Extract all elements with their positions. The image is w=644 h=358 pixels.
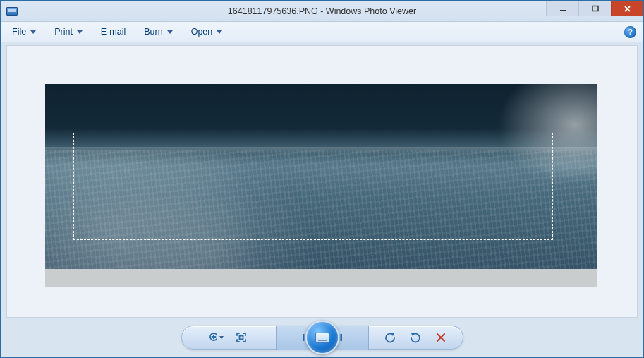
- slideshow-button[interactable]: [305, 321, 339, 354]
- delete-button[interactable]: [433, 330, 449, 345]
- menu-email-label: E-mail: [101, 27, 126, 37]
- svg-rect-1: [593, 6, 598, 11]
- chevron-down-icon: [167, 30, 173, 34]
- menu-open[interactable]: Open: [187, 25, 227, 39]
- slideshow-icon: [315, 333, 329, 343]
- window-root: 16418117975636.PNG - Windows Photo Viewe…: [0, 0, 644, 358]
- maximize-button[interactable]: [578, 1, 611, 16]
- actual-size-button[interactable]: [233, 330, 249, 345]
- controls-pill: [181, 326, 463, 350]
- svg-line-5: [217, 340, 217, 342]
- controls-right-zone: [369, 330, 463, 345]
- svg-rect-12: [340, 334, 342, 341]
- menu-file[interactable]: File: [8, 25, 40, 39]
- svg-rect-8: [240, 336, 243, 340]
- menu-print[interactable]: Print: [50, 25, 87, 39]
- zoom-button[interactable]: [208, 330, 224, 345]
- help-button[interactable]: ?: [624, 26, 636, 38]
- menu-open-label: Open: [191, 27, 213, 37]
- chevron-down-icon: [77, 30, 83, 34]
- rotate-ccw-icon: [384, 331, 396, 344]
- magnifier-icon: [208, 331, 217, 344]
- menu-bar: File Print E-mail Burn Open ?: [1, 22, 643, 42]
- image-canvas[interactable]: [45, 84, 597, 287]
- title-bar[interactable]: 16418117975636.PNG - Windows Photo Viewe…: [1, 1, 643, 22]
- title-filename: 16418117975636.PNG: [228, 6, 318, 16]
- window-controls: [546, 1, 643, 16]
- minimize-icon: [559, 5, 566, 12]
- svg-rect-9: [303, 334, 305, 341]
- close-icon: [624, 5, 631, 13]
- close-button[interactable]: [611, 1, 643, 16]
- rotate-cw-button[interactable]: [408, 330, 423, 345]
- menu-email[interactable]: E-mail: [97, 25, 130, 39]
- chevron-down-icon: [217, 30, 222, 34]
- selection-marquee[interactable]: [73, 133, 553, 240]
- svg-marker-14: [411, 333, 415, 336]
- chevron-down-icon: [30, 30, 36, 34]
- rotate-cw-icon: [409, 331, 422, 344]
- help-icon: ?: [628, 28, 633, 36]
- delete-icon: [435, 332, 446, 343]
- menu-burn[interactable]: Burn: [140, 25, 176, 39]
- nav-cluster: [276, 326, 369, 350]
- title-appname: Windows Photo Viewer: [326, 6, 416, 16]
- controls-left-zone: [182, 330, 276, 345]
- svg-marker-13: [391, 333, 394, 336]
- maximize-icon: [592, 5, 599, 12]
- chevron-down-icon: [219, 336, 224, 339]
- rotate-ccw-button[interactable]: [382, 330, 398, 345]
- menu-print-label: Print: [54, 27, 73, 37]
- minimize-button[interactable]: [546, 1, 578, 16]
- fit-icon: [235, 331, 248, 344]
- menu-burn-label: Burn: [144, 27, 162, 37]
- menu-file-label: File: [12, 27, 26, 37]
- controls-area: [1, 318, 643, 357]
- viewer-content: [6, 45, 638, 318]
